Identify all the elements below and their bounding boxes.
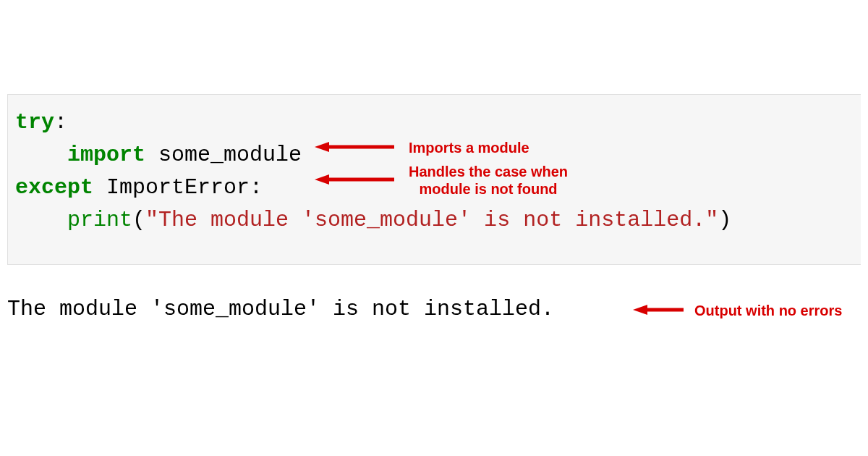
indent <box>15 208 67 232</box>
annotation-output: Output with no errors <box>694 302 842 319</box>
colon: : <box>54 110 67 135</box>
builtin-print: print <box>67 208 132 232</box>
paren-close: ) <box>718 208 731 232</box>
module-name: some_module <box>158 143 302 167</box>
colon: : <box>250 175 263 200</box>
code-line-1: try: <box>15 106 861 139</box>
space <box>93 175 106 200</box>
annotation-imports: Imports a module <box>409 139 529 156</box>
svg-marker-5 <box>633 305 647 315</box>
exception-name: ImportError <box>106 175 250 200</box>
string-literal: "The module 'some_module' is not install… <box>145 208 718 232</box>
arrow-icon <box>633 304 684 316</box>
arrow-icon <box>315 141 394 153</box>
paren-open: ( <box>132 208 145 232</box>
indent <box>15 143 67 167</box>
space <box>145 143 158 167</box>
svg-marker-3 <box>315 174 329 185</box>
keyword-import: import <box>67 143 145 167</box>
svg-marker-1 <box>315 142 329 152</box>
output-text: The module 'some_module' is not installe… <box>7 297 554 321</box>
keyword-except: except <box>15 175 93 200</box>
keyword-try: try <box>15 110 54 135</box>
arrow-icon <box>315 174 394 185</box>
code-line-4: print("The module 'some_module' is not i… <box>15 204 861 237</box>
annotation-handles: Handles the case when module is not foun… <box>409 163 568 198</box>
